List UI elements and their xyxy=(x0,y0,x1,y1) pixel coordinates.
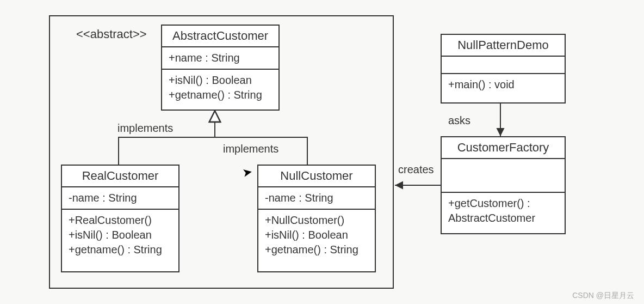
label-asks: asks xyxy=(448,114,470,127)
class-customer-factory: CustomerFactory +getCustomer() : Abstrac… xyxy=(441,136,566,234)
class-null-pattern-demo: NullPatternDemo +main() : void xyxy=(441,34,566,104)
label-implements-right: implements xyxy=(223,143,278,155)
class-ops: +NullCustomer() +isNil() : Boolean +getn… xyxy=(258,210,375,260)
label-implements-left: implements xyxy=(117,122,173,135)
diagram-canvas: <<abstract>> AbstractCustomer +name : St… xyxy=(0,0,644,304)
class-attrs xyxy=(442,57,565,74)
class-ops: +getCustomer() : AbstractCustomer xyxy=(442,193,565,229)
class-title: AbstractCustomer xyxy=(162,26,278,47)
class-ops: +main() : void xyxy=(442,74,565,95)
class-title: CustomerFactory xyxy=(442,137,565,159)
watermark-text: CSDN @日星月云 xyxy=(572,291,634,301)
class-ops: +RealCustomer() +isNil() : Boolean +getn… xyxy=(62,210,178,260)
label-creates: creates xyxy=(398,163,434,176)
class-attrs: -name : String xyxy=(258,187,375,210)
class-attrs: -name : String xyxy=(62,187,178,210)
class-attrs xyxy=(442,159,565,193)
class-null-customer: NullCustomer -name : String +NullCustome… xyxy=(257,165,376,272)
class-real-customer: RealCustomer -name : String +RealCustome… xyxy=(61,165,179,272)
class-title: RealCustomer xyxy=(62,166,178,187)
class-ops: +isNil() : Boolean +getname() : String xyxy=(162,70,278,106)
stereotype-label: <<abstract>> xyxy=(76,27,147,41)
class-abstract-customer: AbstractCustomer +name : String +isNil()… xyxy=(161,25,280,111)
class-title: NullPatternDemo xyxy=(442,35,565,57)
class-title: NullCustomer xyxy=(258,166,375,187)
class-attrs: +name : String xyxy=(162,47,278,70)
